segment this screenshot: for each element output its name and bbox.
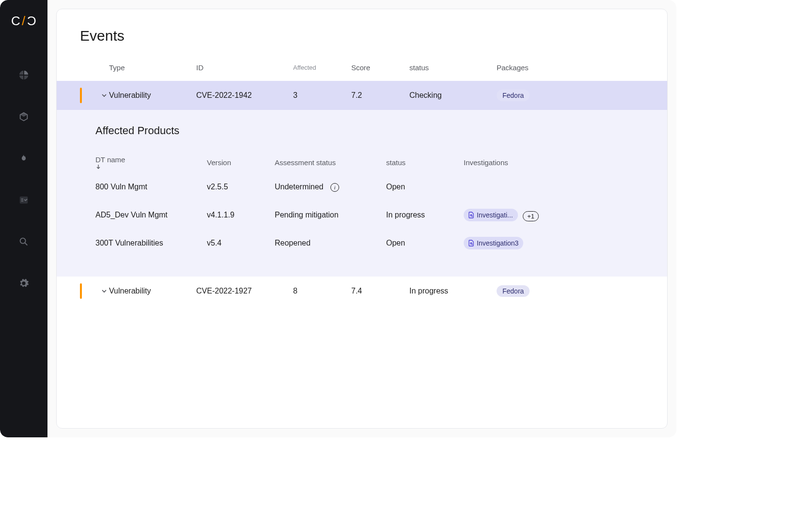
nav-products[interactable] (18, 111, 30, 123)
row-accent (80, 88, 82, 103)
affected-products-title: Affected Products (95, 124, 644, 137)
col-assessment[interactable]: Assessment status (275, 158, 386, 167)
product-row[interactable]: 300T Vulnerabilities v5.4 Reopened Open … (95, 229, 644, 257)
package-chip[interactable]: Fedora (497, 90, 530, 101)
investigation-label: Investigati... (477, 211, 513, 219)
col-dtname-label: DT name (95, 155, 125, 164)
product-status: Open (386, 183, 464, 191)
nav-dashboard[interactable] (18, 69, 30, 81)
investigation-chip[interactable]: Investigation3 (464, 237, 523, 249)
product-version: v2.5.5 (207, 183, 275, 191)
event-id: CVE-2022-1927 (196, 287, 293, 295)
col-type[interactable]: Type (109, 63, 196, 72)
product-investigations: Investigati... +1 (464, 209, 644, 221)
sidebar: C/C (0, 0, 47, 437)
sidebar-nav (18, 69, 30, 289)
event-status: Checking (409, 91, 497, 100)
document-icon (468, 240, 474, 247)
col-dtname[interactable]: DT name (95, 155, 207, 170)
affected-header-row: DT name Version Assessment status status… (95, 152, 644, 173)
chevron-down-icon[interactable] (101, 93, 109, 98)
col-affected[interactable]: Affected (293, 64, 351, 71)
nav-settings[interactable] (18, 278, 30, 289)
row-accent (80, 283, 82, 299)
event-packages: Fedora (497, 90, 644, 101)
chevron-down-icon[interactable] (101, 288, 109, 294)
event-row[interactable]: Vulnerability CVE-2022-1942 3 7.2 Checki… (57, 81, 667, 110)
product-version: v5.4 (207, 239, 275, 247)
product-row[interactable]: 800 Vuln Mgmt v2.5.5 Undetermined i Open (95, 173, 644, 201)
product-dtname: 800 Vuln Mgmt (95, 183, 207, 191)
nav-search[interactable] (18, 236, 30, 247)
product-version: v4.1.1.9 (207, 211, 275, 219)
col-status[interactable]: status (409, 63, 497, 72)
event-type: Vulnerability (109, 287, 196, 295)
product-investigations: Investigation3 (464, 237, 644, 249)
document-icon (468, 212, 474, 218)
package-chip[interactable]: Fedora (497, 285, 530, 297)
product-assessment: Reopened (275, 239, 386, 247)
col-version[interactable]: Version (207, 158, 275, 167)
app-logo: C/C (11, 14, 36, 29)
event-row[interactable]: Vulnerability CVE-2022-1927 8 7.4 In pro… (57, 277, 667, 306)
page-title: Events (57, 9, 667, 54)
info-icon[interactable]: i (330, 183, 339, 192)
product-status: In progress (386, 211, 464, 219)
sort-arrow-down-icon (95, 164, 207, 170)
svg-point-1 (20, 238, 26, 244)
product-assessment: Pending mitigation (275, 211, 386, 219)
nav-tasks[interactable] (18, 194, 30, 206)
product-status: Open (386, 239, 464, 247)
product-assessment: Undetermined i (275, 183, 386, 192)
event-affected: 8 (293, 287, 351, 295)
events-table: Type ID Affected Score status Packages V… (57, 54, 667, 306)
investigation-chip[interactable]: Investigati... (464, 209, 518, 221)
svg-point-3 (470, 243, 472, 244)
event-packages: Fedora (497, 285, 644, 297)
main-area: Events Type ID Affected Score status Pac… (47, 0, 676, 437)
product-row[interactable]: AD5_Dev Vuln Mgmt v4.1.1.9 Pending mitig… (95, 201, 644, 229)
col-score[interactable]: Score (351, 63, 409, 72)
event-score: 7.4 (351, 287, 409, 295)
svg-point-2 (470, 215, 472, 216)
assessment-text: Undetermined (275, 183, 324, 191)
event-status: In progress (409, 287, 497, 295)
col-detail-status[interactable]: status (386, 158, 464, 167)
nav-activity[interactable] (18, 153, 30, 164)
investigation-label: Investigation3 (477, 239, 518, 247)
col-packages[interactable]: Packages (497, 63, 644, 72)
col-investigations[interactable]: Investigations (464, 158, 644, 167)
event-score: 7.2 (351, 91, 409, 100)
events-header-row: Type ID Affected Score status Packages (57, 54, 667, 81)
affected-products-panel: Affected Products DT name Version Assess… (57, 110, 667, 277)
event-type: Vulnerability (109, 91, 196, 100)
content-card: Events Type ID Affected Score status Pac… (56, 9, 668, 429)
more-investigations-chip[interactable]: +1 (523, 211, 539, 221)
event-id: CVE-2022-1942 (196, 91, 293, 100)
product-dtname: 300T Vulnerabilities (95, 239, 207, 247)
event-affected: 3 (293, 91, 351, 100)
col-id[interactable]: ID (196, 63, 293, 72)
product-dtname: AD5_Dev Vuln Mgmt (95, 211, 207, 219)
